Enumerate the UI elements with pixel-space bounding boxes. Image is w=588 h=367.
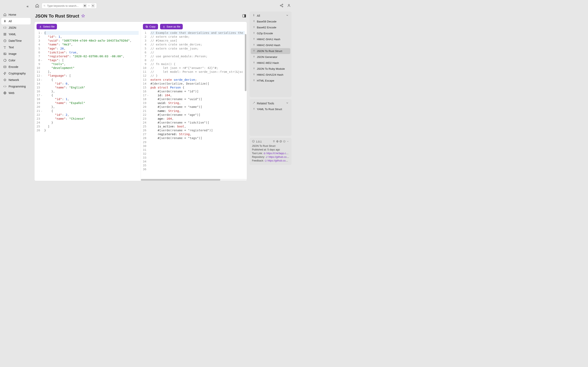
- select-file-button[interactable]: Select file: [36, 24, 57, 29]
- pin-icon: [253, 38, 255, 41]
- pin-icon: [253, 20, 255, 23]
- input-code-area[interactable]: 1⌄2345678⌄9101112⌄13⌄14151617⌄18192021⌄2…: [35, 31, 141, 181]
- search-icon: [43, 4, 45, 7]
- kbd-plus: +: [88, 4, 90, 7]
- sidebar: HomeAllJSONYAMLDate/TimeTextImageColorEn…: [0, 0, 32, 184]
- nav-item-label: Network: [9, 78, 19, 82]
- globe-icon[interactable]: [276, 140, 279, 143]
- tool-item[interactable]: HMAC-SHA0 Hash: [251, 42, 290, 48]
- editors: Select file 1⌄2345678⌄9101112⌄13⌄1415161…: [34, 22, 247, 181]
- nav-item-label: Text: [9, 46, 14, 49]
- chevron-down-icon[interactable]: [286, 140, 289, 143]
- nav-item-all[interactable]: All: [1, 18, 31, 25]
- info-version: 1.0.1: [256, 140, 262, 143]
- pin-icon: [253, 26, 255, 29]
- save-as-file-button[interactable]: Save as file: [160, 24, 183, 29]
- nav-item-date-time[interactable]: Date/Time: [1, 38, 31, 44]
- nav-item-cryptography[interactable]: Cryptography: [1, 70, 31, 77]
- panel-toggle-icon[interactable]: [242, 14, 246, 18]
- pin-icon: [253, 61, 255, 64]
- home-icon[interactable]: [35, 4, 39, 8]
- related-tool-item[interactable]: YAML To Rust Struct: [251, 106, 290, 112]
- tool-item[interactable]: JSON To Rust Struct: [251, 48, 290, 54]
- related-panel-header[interactable]: Related Tools: [251, 100, 290, 106]
- pin-icon: [253, 55, 255, 58]
- info-tool-link: Tool Link: https://t.he3app.co…: [252, 152, 289, 155]
- output-code-area[interactable]: 1234567891011121314151617⌄18192021222324…: [141, 31, 247, 179]
- tool-item[interactable]: HMAC-SHA224 Hash: [251, 72, 290, 78]
- tool-item[interactable]: HMAC-MD2 Hash: [251, 60, 290, 66]
- tool-item[interactable]: Base58 Decode: [251, 18, 290, 25]
- nav-item-yaml[interactable]: YAML: [1, 31, 31, 38]
- svg-rect-2: [4, 34, 5, 35]
- nav-item-network[interactable]: Network: [1, 77, 31, 83]
- tool-item-label: JSON Generator: [257, 55, 277, 58]
- plug-icon[interactable]: [273, 140, 275, 143]
- info-feedback: Feedback: https://github.com/…: [252, 159, 289, 162]
- sidebar-collapse-button[interactable]: [26, 5, 29, 9]
- nav-item-color[interactable]: Color: [1, 57, 31, 64]
- nav-item-label: Color: [9, 59, 15, 62]
- title-row: JSON To Rust Struct: [34, 11, 247, 22]
- nav-item-label: Image: [9, 52, 17, 55]
- search-input[interactable]: [47, 4, 81, 7]
- output-scrollbar-vertical[interactable]: [245, 34, 246, 179]
- svg-point-13: [282, 6, 283, 7]
- nav-item-label: Cryptography: [9, 72, 26, 75]
- main: ⌘ + K JSON To Rust Struct: [32, 0, 294, 184]
- tool-item-label: HMAC-SHA224 Hash: [257, 73, 283, 76]
- tool-item[interactable]: Base62 Encode: [251, 25, 290, 30]
- svg-rect-1: [5, 33, 6, 34]
- tool-item-label: HTML Escape: [257, 79, 274, 82]
- nav-item-label: Encode: [9, 65, 18, 68]
- nav-item-home[interactable]: Home: [1, 11, 31, 18]
- github-icon[interactable]: [279, 140, 282, 143]
- nav-item-programming[interactable]: Programming: [1, 83, 31, 90]
- related-tools-panel: Related Tools YAML To Rust Struct: [250, 99, 292, 136]
- user-icon[interactable]: [287, 4, 291, 8]
- tool-item-label: Base62 Encode: [257, 26, 276, 29]
- nav-item-encode[interactable]: Encode: [1, 64, 31, 70]
- pin-icon: [253, 73, 255, 76]
- nav-item-text[interactable]: Text: [1, 44, 31, 50]
- share-icon[interactable]: [280, 4, 283, 8]
- nav-item-label: Web: [9, 91, 15, 95]
- check-icon[interactable]: [283, 140, 286, 143]
- svg-point-6: [4, 53, 5, 54]
- encode-icon: [3, 65, 7, 68]
- tool-item[interactable]: HMAC-SHA1 Hash: [251, 36, 290, 42]
- tool-item-label: Base58 Decode: [257, 20, 277, 23]
- tool-item[interactable]: GZip Encode: [251, 30, 290, 36]
- tool-item-label: HMAC-SHA1 Hash: [257, 38, 280, 41]
- chevron-down-icon: [286, 14, 289, 17]
- output-scrollbar-horizontal[interactable]: [141, 179, 247, 181]
- search-box[interactable]: ⌘ + K: [42, 3, 97, 8]
- clock-icon: [3, 39, 7, 42]
- tool-item-label: HMAC-MD2 Hash: [257, 61, 279, 64]
- copy-button[interactable]: Copy: [143, 24, 158, 29]
- nav-item-web[interactable]: Web: [1, 90, 31, 96]
- tool-item[interactable]: JSON To Ruby Module: [251, 66, 290, 72]
- svg-point-12: [280, 5, 281, 6]
- page-title: JSON To Rust Struct: [35, 13, 79, 19]
- svg-rect-16: [245, 15, 246, 17]
- pin-icon: [253, 108, 255, 111]
- pin-icon: [253, 44, 255, 47]
- nav-item-image[interactable]: Image: [1, 50, 31, 57]
- related-item-label: YAML To Rust Struct: [257, 108, 282, 111]
- related-panel-title: Related Tools: [257, 102, 274, 105]
- prog-icon: [3, 85, 7, 88]
- nav-item-label: JSON: [9, 26, 16, 29]
- info-tool-name: JSON To Rust Struct: [252, 145, 289, 147]
- output-editor-pane: Copy Save as file 1234567891011121314151…: [141, 22, 247, 181]
- favorite-star-icon[interactable]: [81, 14, 85, 18]
- crypto-icon: [3, 72, 7, 75]
- text-icon: [3, 46, 7, 49]
- tools-panel-header[interactable]: All: [251, 13, 290, 18]
- nav-item-json[interactable]: JSON: [1, 25, 31, 31]
- tools-panel-title: All: [257, 14, 260, 17]
- svg-point-10: [44, 5, 45, 6]
- tool-item[interactable]: HTML Escape: [251, 78, 290, 83]
- nav-item-label: Programming: [9, 85, 26, 88]
- tool-item[interactable]: JSON Generator: [251, 54, 290, 60]
